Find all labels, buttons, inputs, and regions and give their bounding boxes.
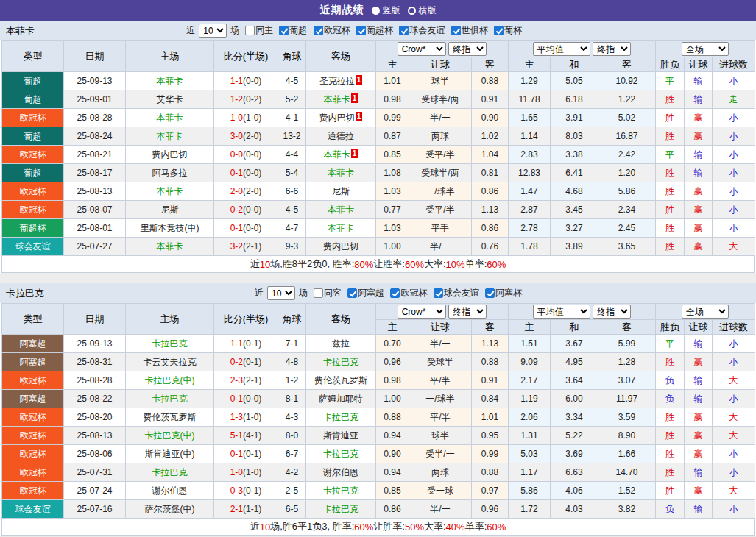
result-goals: 小 (713, 72, 755, 90)
corner-count: 5-2 (278, 90, 306, 109)
scope-select[interactable]: 全场 (682, 305, 729, 319)
same-venue-checkbox[interactable]: 同客 (314, 287, 342, 299)
handicap-odds-home: 0.94 (376, 463, 409, 482)
avg-selects-cell: 平均值 终指 (509, 304, 656, 320)
checkbox-icon[interactable] (279, 26, 289, 35)
radio-icon[interactable] (372, 7, 380, 15)
match-row: 葡超 25-08-24 本菲卡 3-0(2-0) 13-2 通德拉 0.87 两… (2, 127, 755, 146)
result-handicap: 赢 (685, 201, 713, 219)
league-filter-checkbox[interactable]: 球会友谊 (434, 287, 479, 299)
layout-mode-vertical[interactable]: 竖版 (372, 4, 400, 17)
bookmaker-select[interactable]: Crow* (398, 305, 446, 319)
away-team: 谢尔伯恩 (306, 463, 376, 482)
checkbox-icon[interactable] (347, 288, 357, 298)
match-count-select[interactable]: 10 (199, 24, 227, 38)
avg-stage-select[interactable]: 终指 (593, 305, 631, 319)
layout-mode-horizontal[interactable]: 横版 (408, 4, 437, 17)
league-filter-checkbox[interactable]: 世俱杯 (451, 24, 488, 37)
odds-stage-select[interactable]: 终指 (448, 42, 487, 56)
average-select[interactable]: 平均值 (533, 42, 590, 56)
checkbox-icon[interactable] (399, 26, 409, 35)
checkbox-icon[interactable] (451, 26, 461, 35)
summary-segment: 10% (446, 259, 465, 270)
checkbox-icon[interactable] (390, 288, 400, 298)
checkbox-icon[interactable] (314, 26, 323, 35)
league-filter-label: 阿塞超 (358, 287, 384, 299)
corner-count: 1-2 (278, 371, 306, 390)
handicap-odds-away: 0.88 (472, 353, 509, 371)
handicap-line: 受球半/两 (409, 90, 472, 109)
section-divider (0, 273, 756, 283)
league-type-badge: 葡超 (2, 164, 64, 182)
halftime-score: (0-0) (243, 76, 261, 86)
handicap-odds-home: 0.90 (376, 445, 409, 463)
radio-icon[interactable] (408, 7, 416, 15)
league-filter-checkbox[interactable]: 球会友谊 (399, 24, 445, 37)
league-type-badge: 欧冠杯 (2, 182, 64, 201)
avg-odds-draw: 3.69 (551, 445, 598, 463)
result-handicap: 赢 (685, 427, 713, 445)
league-filter-checkbox[interactable]: 葡超杯 (356, 24, 393, 37)
checkbox-icon[interactable] (485, 288, 495, 298)
match-count-select[interactable]: 10 (267, 286, 295, 300)
league-filter-checkbox[interactable]: 葡杯 (494, 24, 522, 37)
avg-odds-away: 16.87 (598, 127, 656, 146)
league-filter-checkbox[interactable]: 欧冠杯 (314, 24, 350, 37)
col-header-score: 比分(半场) (214, 41, 278, 72)
handicap-odds-home: 0.94 (376, 427, 409, 445)
col-header-odds-home: 主 (376, 320, 409, 335)
avg-odds-away: 3.82 (598, 500, 656, 519)
away-team: 通德拉 (306, 127, 376, 146)
summary-segment: 60% (405, 259, 424, 270)
handicap-odds-home: 0.85 (376, 482, 409, 500)
same-venue-checkbox[interactable]: 同主 (245, 24, 273, 37)
matches-label: 场 (230, 24, 239, 37)
checkbox-icon[interactable] (494, 26, 504, 35)
result-outcome: 胜 (656, 427, 685, 445)
summary-segment: 场,胜6平1负3, 胜率: (270, 520, 354, 533)
league-filter-checkbox[interactable]: 阿塞杯 (485, 287, 522, 299)
col-header-odds-away: 客 (472, 320, 509, 335)
avg-odds-draw: 4.95 (551, 353, 598, 371)
odds-stage-select[interactable]: 终指 (448, 305, 487, 319)
match-row: 欧冠杯 25-08-21 费内巴切 0-0(0-0) 4-4 本菲卡1 0.85… (2, 146, 755, 164)
scope-select[interactable]: 全场 (682, 42, 729, 56)
handicap-odds-away: 0.86 (472, 219, 509, 238)
match-row: 欧冠杯 25-08-13 本菲卡 2-0(2-0) 6-6 尼斯 1.03 一/… (2, 182, 755, 201)
handicap-odds-home: 1.03 (376, 182, 409, 201)
handicap-line: 平手 (409, 219, 472, 238)
handicap-odds-away: 1.02 (472, 127, 509, 146)
result-outcome: 胜 (656, 109, 685, 127)
league-filter-checkbox[interactable]: 葡超 (279, 24, 307, 37)
league-type-badge: 欧冠杯 (2, 146, 64, 164)
match-date: 25-07-16 (64, 500, 126, 519)
avg-odds-away: 5.86 (598, 182, 656, 201)
avg-odds-draw: 6.41 (551, 164, 598, 182)
score: 1-0(1-0) (214, 109, 278, 127)
bookmaker-select[interactable]: Crow* (398, 42, 446, 56)
checkbox-icon[interactable] (314, 288, 323, 298)
league-filter-checkbox[interactable]: 欧冠杯 (390, 287, 427, 299)
avg-odds-home: 2.06 (509, 408, 551, 427)
result-outcome: 胜 (656, 463, 685, 482)
league-type-badge: 球会友谊 (2, 500, 64, 519)
avg-odds-home: 1.19 (509, 390, 551, 408)
checkbox-icon[interactable] (434, 288, 443, 298)
avg-stage-select[interactable]: 终指 (593, 42, 631, 56)
checkbox-icon[interactable] (356, 26, 366, 35)
handicap-odds-home: 0.98 (376, 90, 409, 109)
home-team: 卡拉巴克(中) (126, 427, 214, 445)
halftime-score: (2-1) (243, 375, 261, 385)
checkbox-icon[interactable] (245, 26, 255, 35)
red-card-badge: 1 (351, 149, 358, 158)
handicap-line: 平/半 (409, 371, 472, 390)
fulltime-score: 2-0 (230, 186, 243, 196)
fulltime-score: 0-0 (230, 149, 243, 160)
match-date: 25-07-27 (64, 238, 126, 256)
score: 2-1(1-1) (214, 500, 278, 519)
league-filter-checkbox[interactable]: 阿塞超 (347, 287, 384, 299)
handicap-line: 受球半 (409, 353, 472, 371)
match-row: 欧冠杯 25-08-28 卡拉巴克(中) 2-3(2-1) 1-2 费伦茨瓦罗斯… (2, 371, 755, 390)
col-header-away: 客场 (306, 304, 376, 335)
average-select[interactable]: 平均值 (533, 305, 590, 319)
